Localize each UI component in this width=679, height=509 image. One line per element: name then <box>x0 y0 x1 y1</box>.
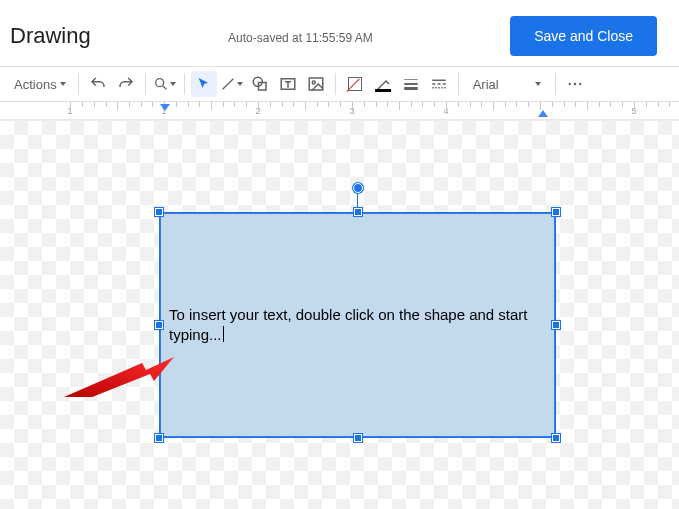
rotate-handle[interactable] <box>353 183 363 193</box>
separator <box>78 73 79 95</box>
autosave-status: Auto-saved at 11:55:59 AM <box>228 31 373 45</box>
line-tool[interactable] <box>219 71 245 97</box>
toolbar: Actions <box>0 66 679 102</box>
resize-handle-ne[interactable] <box>552 208 560 216</box>
zoom-button[interactable] <box>152 71 178 97</box>
resize-handle-e[interactable] <box>552 321 560 329</box>
horizontal-ruler[interactable]: 1 1 2 3 4 5 <box>0 102 679 120</box>
svg-point-7 <box>573 83 575 85</box>
separator <box>145 73 146 95</box>
save-and-close-button[interactable]: Save and Close <box>510 16 657 56</box>
resize-handle-s[interactable] <box>354 434 362 442</box>
svg-point-6 <box>568 83 570 85</box>
fill-color-button[interactable] <box>342 71 368 97</box>
chevron-down-icon <box>237 82 243 86</box>
shape-text[interactable]: To insert your text, double click on the… <box>169 305 546 346</box>
border-color-button[interactable] <box>370 71 396 97</box>
separator <box>458 73 459 95</box>
svg-point-0 <box>156 79 164 87</box>
more-options-button[interactable] <box>562 71 588 97</box>
actions-label: Actions <box>14 77 57 92</box>
text-caret <box>223 326 224 342</box>
separator <box>184 73 185 95</box>
undo-button[interactable] <box>85 71 111 97</box>
font-family-select[interactable]: Arial <box>465 71 549 97</box>
svg-marker-9 <box>64 357 174 397</box>
textbox-tool[interactable] <box>275 71 301 97</box>
dialog-title: Drawing <box>10 23 91 49</box>
select-tool[interactable] <box>191 71 217 97</box>
header: Drawing Auto-saved at 11:55:59 AM Save a… <box>0 0 679 66</box>
redo-button[interactable] <box>113 71 139 97</box>
image-tool[interactable] <box>303 71 329 97</box>
shape-tool[interactable] <box>247 71 273 97</box>
separator <box>335 73 336 95</box>
actions-menu[interactable]: Actions <box>6 71 72 97</box>
svg-point-8 <box>579 83 581 85</box>
chevron-down-icon <box>60 82 66 86</box>
svg-rect-4 <box>309 78 323 90</box>
chevron-down-icon <box>535 82 541 86</box>
annotation-arrow <box>64 357 174 397</box>
resize-handle-se[interactable] <box>552 434 560 442</box>
resize-handle-n[interactable] <box>354 208 362 216</box>
font-label: Arial <box>473 77 499 92</box>
border-dash-button[interactable] <box>426 71 452 97</box>
separator <box>555 73 556 95</box>
border-color-icon <box>374 75 392 93</box>
left-indent-marker[interactable] <box>160 104 170 111</box>
resize-handle-w[interactable] <box>155 321 163 329</box>
border-weight-button[interactable] <box>398 71 424 97</box>
drawing-canvas[interactable]: To insert your text, double click on the… <box>0 120 679 509</box>
fill-color-icon <box>348 77 362 91</box>
svg-point-5 <box>312 81 315 84</box>
right-indent-marker[interactable] <box>538 110 548 117</box>
rectangle-shape[interactable]: To insert your text, double click on the… <box>160 213 555 437</box>
resize-handle-sw[interactable] <box>155 434 163 442</box>
chevron-down-icon <box>170 82 176 86</box>
resize-handle-nw[interactable] <box>155 208 163 216</box>
selected-shape[interactable]: To insert your text, double click on the… <box>160 213 555 437</box>
